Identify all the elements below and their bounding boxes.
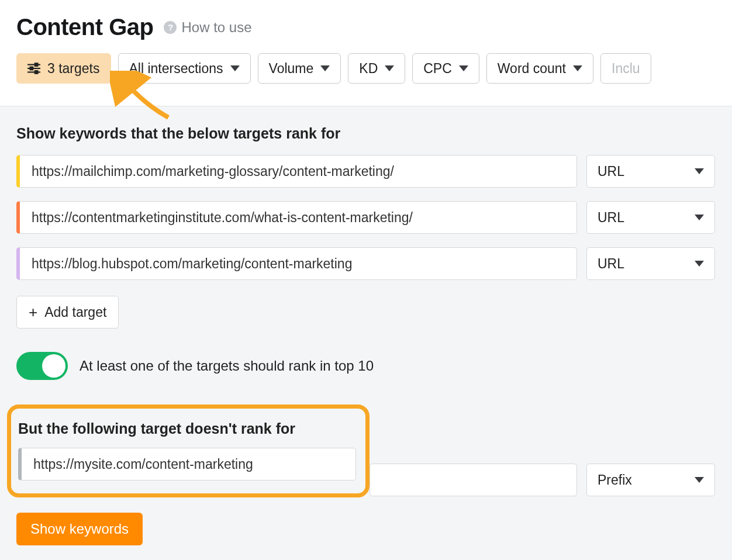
toggle-knob <box>42 354 65 378</box>
intersections-filter[interactable]: All intersections <box>118 53 251 84</box>
targets-filter[interactable]: 3 targets <box>16 53 111 84</box>
intersections-filter-label: All intersections <box>129 61 223 77</box>
target-url-input-2[interactable]: https://contentmarketinginstitute.com/wh… <box>16 201 577 234</box>
page-title: Content Gap <box>16 14 153 40</box>
target-mode-value: URL <box>598 210 624 226</box>
kd-filter[interactable]: KD <box>348 53 405 84</box>
volume-filter-label: Volume <box>269 61 314 77</box>
target-url-value: https://blog.hubspot.com/marketing/conte… <box>32 256 352 272</box>
chevron-down-icon <box>459 65 468 71</box>
plus-icon: + <box>29 305 37 320</box>
chevron-down-icon <box>320 65 330 71</box>
target-url-value: https://mailchimp.com/marketing-glossary… <box>32 164 394 179</box>
volume-filter[interactable]: Volume <box>258 53 341 84</box>
svg-rect-3 <box>35 63 38 66</box>
section-own-target-heading: But the following target doesn't rank fo… <box>18 420 356 437</box>
cpc-filter-label: CPC <box>423 61 452 77</box>
include-filter[interactable]: Inclu <box>600 53 651 84</box>
show-keywords-label: Show keywords <box>30 521 129 537</box>
top10-toggle-label: At least one of the targets should rank … <box>80 358 374 374</box>
show-keywords-button[interactable]: Show keywords <box>16 513 143 545</box>
how-to-use-link[interactable]: ? How to use <box>164 19 251 36</box>
wordcount-filter[interactable]: Word count <box>486 53 593 84</box>
target-url-input-1[interactable]: https://mailchimp.com/marketing-glossary… <box>16 155 577 188</box>
filter-bar: 3 targets All intersections Volume KD CP… <box>16 53 716 84</box>
target-mode-select-1[interactable]: URL <box>586 155 715 188</box>
add-target-label: Add target <box>44 305 106 320</box>
target-mode-select-2[interactable]: URL <box>586 201 715 234</box>
add-target-button[interactable]: + Add target <box>16 296 119 329</box>
own-target-url-input[interactable]: https://mysite.com/content-marketing <box>18 448 356 481</box>
own-target-highlight: But the following target doesn't rank fo… <box>7 405 370 497</box>
target-row: https://contentmarketinginstitute.com/wh… <box>16 201 715 234</box>
top10-toggle[interactable] <box>16 352 68 380</box>
target-url-input-3[interactable]: https://blog.hubspot.com/marketing/conte… <box>16 247 577 280</box>
own-target-mode-select[interactable]: Prefix <box>586 464 715 496</box>
targets-filter-label: 3 targets <box>47 61 100 77</box>
chevron-down-icon <box>573 65 582 71</box>
own-target-url-continuation[interactable] <box>370 464 577 496</box>
own-target-url-value: https://mysite.com/content-marketing <box>33 457 253 472</box>
chevron-down-icon <box>695 168 704 174</box>
chevron-down-icon <box>695 477 704 483</box>
kd-filter-label: KD <box>359 61 378 77</box>
svg-rect-5 <box>35 71 38 74</box>
chevron-down-icon <box>385 65 394 71</box>
help-label: How to use <box>181 19 251 36</box>
chevron-down-icon <box>695 261 704 267</box>
target-mode-value: URL <box>598 164 624 179</box>
own-target-mode-value: Prefix <box>598 472 632 488</box>
include-filter-label: Inclu <box>612 61 640 77</box>
target-row: https://blog.hubspot.com/marketing/conte… <box>16 247 715 280</box>
svg-rect-4 <box>30 67 33 70</box>
target-mode-value: URL <box>598 256 624 272</box>
cpc-filter[interactable]: CPC <box>412 53 479 84</box>
section-targets-heading: Show keywords that the below targets ran… <box>16 125 716 142</box>
target-mode-select-3[interactable]: URL <box>586 247 715 280</box>
target-url-value: https://contentmarketinginstitute.com/wh… <box>32 210 413 226</box>
chevron-down-icon <box>695 215 704 220</box>
wordcount-filter-label: Word count <box>498 61 566 77</box>
help-icon: ? <box>164 21 177 34</box>
sliders-icon <box>27 63 40 74</box>
chevron-down-icon <box>230 65 240 71</box>
target-row: https://mailchimp.com/marketing-glossary… <box>16 155 715 188</box>
